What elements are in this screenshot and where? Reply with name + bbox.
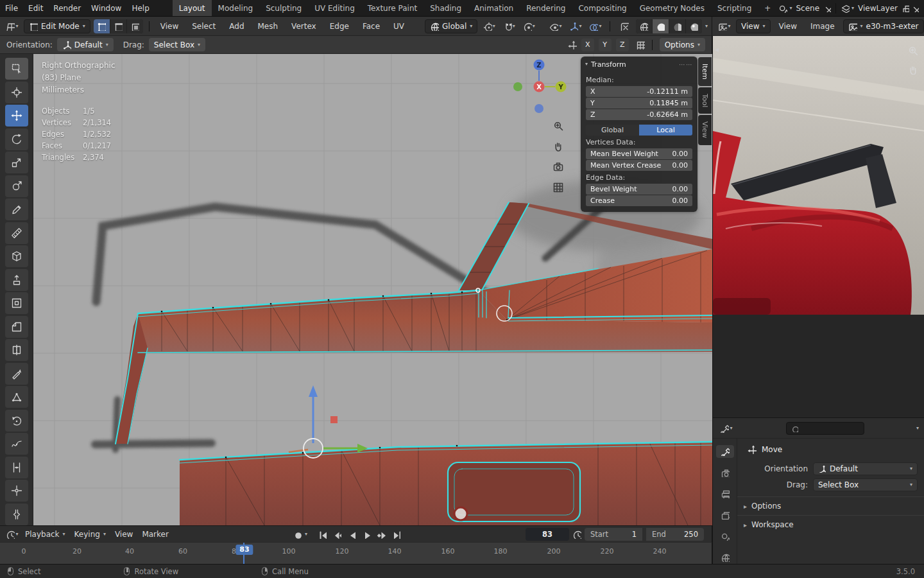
shading-material-button[interactable] [669,19,685,33]
crease-field[interactable]: Crease0.00 [586,195,692,206]
menu-add[interactable]: Add [224,17,249,35]
scene-browse-chevron[interactable]: ▾ [789,6,792,11]
menu-face[interactable]: Face [357,17,385,35]
workspace-tab-animation[interactable]: Animation [468,0,520,16]
tab-scene[interactable] [716,530,734,543]
section-options[interactable]: ▸ Options [737,496,924,515]
menu-timeline-view[interactable]: View [110,530,137,539]
mirror-z-toggle[interactable]: Z [616,39,629,51]
panel-grip-icon[interactable]: ⋯⋯ [679,61,693,68]
mode-dropdown[interactable]: Edit Mode ▾ [24,19,90,33]
tool-add-cube-button[interactable] [5,245,28,267]
edge-select-mode-button[interactable] [110,19,126,33]
menu-render[interactable]: Render [48,0,86,16]
image-datablock-selector[interactable]: ▾ e30-m3-exter [843,19,924,33]
shading-solid-button[interactable] [653,19,669,33]
viewlayer-browse-chevron[interactable]: ▾ [851,6,854,11]
overlays-dropdown[interactable]: ▾ [587,19,604,33]
menu-vertex[interactable]: Vertex [286,17,321,35]
orientation-property-dropdown[interactable]: Default ▾ [813,462,918,475]
tool-bevel-button[interactable] [5,316,28,338]
tab-output[interactable] [716,487,734,500]
tool-select-box-button[interactable] [5,58,28,80]
viewlayer-copy-icon[interactable] [902,4,909,12]
orientation-setting-dropdown[interactable]: Default ▾ [57,38,114,51]
menu-window[interactable]: Window [86,0,126,16]
gizmos-dropdown[interactable]: ▾ [567,19,584,33]
menu-file[interactable]: File [0,0,23,16]
menu-edit[interactable]: Edit [23,0,48,16]
gizmo-minus-z-ball[interactable] [535,104,543,113]
drag-setting-dropdown[interactable]: Select Box ▾ [149,38,205,51]
timeline-editor-type-button[interactable]: ▾ [4,527,21,541]
timeline-ruler[interactable]: 0 20 40 60 80 100 120 140 160 180 200 22… [0,542,712,564]
snap-toggle-button[interactable]: ▾ [501,19,517,33]
median-y-field[interactable]: Y0.11845 m [586,98,692,109]
image-editor[interactable]: ◂ [712,36,924,417]
tool-move-button[interactable] [5,105,28,127]
median-x-field[interactable]: X-0.12111 m [586,86,692,97]
menu-marker[interactable]: Marker [137,530,173,539]
keying-set-chevron[interactable]: ▾ [305,532,307,537]
tool-transform-button[interactable] [5,175,28,197]
current-frame-badge[interactable]: 83 [235,545,253,555]
workspace-tab-texture-paint[interactable]: Texture Paint [361,0,424,16]
menu-view[interactable]: View [155,17,184,35]
tab-active-tool[interactable] [716,445,734,458]
viewlayer-close-icon[interactable] [911,4,919,12]
menu-uv[interactable]: UV [388,17,409,35]
reference-image-canvas[interactable] [713,36,924,315]
mean-bevel-weight-field[interactable]: Mean Bevel Weight0.00 [586,148,692,159]
tool-annotate-button[interactable] [5,198,28,220]
shading-rendered-button[interactable] [686,19,702,33]
menu-playback[interactable]: Playback▾ [21,530,70,539]
image-menu-image[interactable]: Image [805,17,840,35]
jump-to-start-button[interactable] [315,528,329,541]
editor-type-button[interactable]: ▾ [4,19,21,33]
pivot-point-dropdown[interactable]: ▾ [481,19,497,33]
next-keyframe-button[interactable] [374,528,388,541]
proportional-edit-dropdown[interactable]: ▾ [520,19,537,33]
tab-view[interactable]: View [698,115,712,144]
tool-inset-faces-button[interactable] [5,292,28,314]
play-button[interactable] [359,528,373,541]
start-frame-field[interactable]: Start1 [585,528,642,541]
median-z-field[interactable]: Z-0.62664 m [586,109,692,120]
workspace-tab-scripting[interactable]: Scripting [711,0,758,16]
add-workspace-button[interactable]: + [758,0,777,16]
workspace-tab-layout[interactable]: Layout [173,0,212,16]
bevel-weight-field[interactable]: Bevel Weight0.00 [586,184,692,195]
shading-wireframe-button[interactable] [636,19,652,33]
gizmo-minus-y-ball[interactable] [513,82,522,91]
jump-to-end-button[interactable] [389,528,402,541]
visibility-dropdown[interactable]: ▾ [547,19,564,33]
tool-edge-slide-button[interactable] [5,457,28,478]
options-dropdown[interactable]: Options ▾ [660,38,705,51]
properties-filter-chevron[interactable]: ▾ [916,426,919,431]
tab-view-layer[interactable] [716,509,734,521]
viewlayer-icon[interactable] [841,4,850,13]
section-workspace[interactable]: ▸ Workspace [737,515,924,534]
mean-vertex-crease-field[interactable]: Mean Vertex Crease0.00 [586,160,692,171]
mirror-x-toggle[interactable]: X [581,39,594,51]
drag-property-dropdown[interactable]: Select Box ▾ [813,478,918,491]
snap-grid-icon[interactable] [636,40,645,49]
viewlayer-name[interactable]: ViewLayer [858,4,898,13]
transform-panel-header[interactable]: ▾ Transform ⋯⋯ [581,57,697,72]
tool-rotate-button[interactable] [5,128,28,150]
collapse-chevron-icon[interactable]: ▾ [585,62,588,67]
zoom-icon[interactable] [907,45,918,55]
current-frame-field[interactable]: 83 [526,528,569,541]
menu-edge[interactable]: Edge [325,17,354,35]
scene-name[interactable]: Scene [796,4,819,13]
shading-options-chevron[interactable]: ▾ [705,24,708,29]
face-select-mode-button[interactable] [127,19,143,33]
tab-item[interactable]: Item [698,57,712,86]
auto-keying-record-button[interactable] [290,528,304,541]
local-space-button[interactable]: Local [639,125,692,136]
tab-render[interactable] [716,466,734,479]
workspace-tab-geometry-nodes[interactable]: Geometry Nodes [633,0,711,16]
scene-icon[interactable] [778,4,787,13]
menu-mesh[interactable]: Mesh [253,17,284,35]
transform-orientation-dropdown[interactable]: Global ▾ [425,19,477,33]
